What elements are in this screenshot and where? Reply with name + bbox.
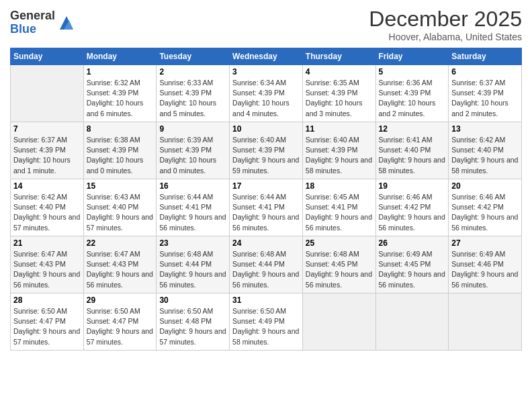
day-number: 10 bbox=[232, 124, 300, 134]
month-title: December 2025 bbox=[369, 7, 522, 32]
logo: General Blue bbox=[10, 9, 76, 36]
day-number: 31 bbox=[232, 295, 300, 305]
day-cell: 11Sunrise: 6:40 AMSunset: 4:39 PMDayligh… bbox=[302, 122, 375, 179]
day-info: Sunrise: 6:45 AMSunset: 4:41 PMDaylight:… bbox=[306, 192, 373, 233]
day-cell: 25Sunrise: 6:48 AMSunset: 4:45 PMDayligh… bbox=[302, 236, 375, 293]
day-cell bbox=[11, 65, 84, 122]
day-cell: 24Sunrise: 6:48 AMSunset: 4:44 PMDayligh… bbox=[230, 236, 303, 293]
header-day-wednesday: Wednesday bbox=[230, 48, 303, 65]
day-number: 19 bbox=[379, 181, 446, 191]
day-cell: 17Sunrise: 6:44 AMSunset: 4:41 PMDayligh… bbox=[230, 179, 303, 236]
day-number: 15 bbox=[87, 181, 154, 191]
day-info: Sunrise: 6:50 AMSunset: 4:48 PMDaylight:… bbox=[159, 306, 226, 347]
day-info: Sunrise: 6:48 AMSunset: 4:44 PMDaylight:… bbox=[159, 249, 226, 290]
day-cell bbox=[375, 293, 449, 351]
week-row-1: 7Sunrise: 6:37 AMSunset: 4:39 PMDaylight… bbox=[11, 122, 522, 179]
day-cell: 18Sunrise: 6:45 AMSunset: 4:41 PMDayligh… bbox=[302, 179, 375, 236]
day-info: Sunrise: 6:32 AMSunset: 4:39 PMDaylight:… bbox=[87, 78, 154, 119]
day-cell bbox=[302, 293, 375, 351]
day-number: 18 bbox=[306, 181, 373, 191]
day-number: 29 bbox=[87, 295, 154, 305]
day-info: Sunrise: 6:47 AMSunset: 4:43 PMDaylight:… bbox=[87, 249, 154, 290]
header-row: SundayMondayTuesdayWednesdayThursdayFrid… bbox=[11, 48, 522, 65]
day-number: 30 bbox=[159, 295, 226, 305]
day-cell: 27Sunrise: 6:49 AMSunset: 4:46 PMDayligh… bbox=[449, 236, 522, 293]
header-day-tuesday: Tuesday bbox=[157, 48, 230, 65]
day-cell: 19Sunrise: 6:46 AMSunset: 4:42 PMDayligh… bbox=[375, 179, 449, 236]
day-cell: 6Sunrise: 6:37 AMSunset: 4:39 PMDaylight… bbox=[449, 65, 522, 122]
day-info: Sunrise: 6:50 AMSunset: 4:47 PMDaylight:… bbox=[13, 306, 81, 347]
day-cell: 26Sunrise: 6:49 AMSunset: 4:45 PMDayligh… bbox=[375, 236, 449, 293]
day-number: 23 bbox=[159, 238, 226, 248]
day-info: Sunrise: 6:46 AMSunset: 4:42 PMDaylight:… bbox=[451, 192, 519, 233]
day-info: Sunrise: 6:49 AMSunset: 4:46 PMDaylight:… bbox=[451, 249, 519, 290]
day-number: 27 bbox=[451, 238, 519, 248]
day-cell: 16Sunrise: 6:44 AMSunset: 4:41 PMDayligh… bbox=[157, 179, 230, 236]
day-cell: 28Sunrise: 6:50 AMSunset: 4:47 PMDayligh… bbox=[11, 293, 84, 351]
day-info: Sunrise: 6:41 AMSunset: 4:40 PMDaylight:… bbox=[379, 135, 446, 176]
day-number: 22 bbox=[87, 238, 154, 248]
day-number: 14 bbox=[13, 181, 81, 191]
day-number: 5 bbox=[379, 67, 446, 77]
day-cell: 12Sunrise: 6:41 AMSunset: 4:40 PMDayligh… bbox=[375, 122, 449, 179]
calendar-header: SundayMondayTuesdayWednesdayThursdayFrid… bbox=[11, 48, 522, 65]
day-info: Sunrise: 6:47 AMSunset: 4:43 PMDaylight:… bbox=[13, 249, 81, 290]
day-info: Sunrise: 6:40 AMSunset: 4:39 PMDaylight:… bbox=[306, 135, 373, 176]
day-cell: 7Sunrise: 6:37 AMSunset: 4:39 PMDaylight… bbox=[11, 122, 84, 179]
day-number: 21 bbox=[13, 238, 81, 248]
day-cell: 9Sunrise: 6:39 AMSunset: 4:39 PMDaylight… bbox=[157, 122, 230, 179]
day-number: 4 bbox=[306, 67, 373, 77]
day-number: 1 bbox=[87, 67, 154, 77]
day-info: Sunrise: 6:44 AMSunset: 4:41 PMDaylight:… bbox=[232, 192, 300, 233]
day-info: Sunrise: 6:40 AMSunset: 4:39 PMDaylight:… bbox=[232, 135, 300, 176]
day-cell: 8Sunrise: 6:38 AMSunset: 4:39 PMDaylight… bbox=[83, 122, 157, 179]
day-number: 13 bbox=[451, 124, 519, 134]
day-cell: 1Sunrise: 6:32 AMSunset: 4:39 PMDaylight… bbox=[83, 65, 157, 122]
day-cell: 3Sunrise: 6:34 AMSunset: 4:39 PMDaylight… bbox=[230, 65, 303, 122]
day-number: 17 bbox=[232, 181, 300, 191]
day-cell: 21Sunrise: 6:47 AMSunset: 4:43 PMDayligh… bbox=[11, 236, 84, 293]
logo-general: General bbox=[10, 9, 55, 23]
day-info: Sunrise: 6:35 AMSunset: 4:39 PMDaylight:… bbox=[306, 78, 373, 119]
header-day-friday: Friday bbox=[375, 48, 449, 65]
day-cell: 23Sunrise: 6:48 AMSunset: 4:44 PMDayligh… bbox=[157, 236, 230, 293]
day-cell bbox=[449, 293, 522, 351]
header-day-monday: Monday bbox=[83, 48, 157, 65]
day-info: Sunrise: 6:48 AMSunset: 4:45 PMDaylight:… bbox=[306, 249, 373, 290]
day-number: 12 bbox=[379, 124, 446, 134]
header-day-sunday: Sunday bbox=[11, 48, 84, 65]
week-row-3: 21Sunrise: 6:47 AMSunset: 4:43 PMDayligh… bbox=[11, 236, 522, 293]
day-number: 2 bbox=[159, 67, 226, 77]
day-info: Sunrise: 6:36 AMSunset: 4:39 PMDaylight:… bbox=[379, 78, 446, 119]
day-info: Sunrise: 6:43 AMSunset: 4:40 PMDaylight:… bbox=[87, 192, 154, 233]
day-cell: 31Sunrise: 6:50 AMSunset: 4:49 PMDayligh… bbox=[230, 293, 303, 351]
day-number: 26 bbox=[379, 238, 446, 248]
day-info: Sunrise: 6:48 AMSunset: 4:44 PMDaylight:… bbox=[232, 249, 300, 290]
day-info: Sunrise: 6:37 AMSunset: 4:39 PMDaylight:… bbox=[451, 78, 519, 119]
day-info: Sunrise: 6:39 AMSunset: 4:39 PMDaylight:… bbox=[159, 135, 226, 176]
day-info: Sunrise: 6:49 AMSunset: 4:45 PMDaylight:… bbox=[379, 249, 446, 290]
day-info: Sunrise: 6:42 AMSunset: 4:40 PMDaylight:… bbox=[13, 192, 81, 233]
page-header: General Blue December 2025 Hoover, Alaba… bbox=[10, 7, 522, 42]
location: Hoover, Alabama, United States bbox=[369, 32, 522, 42]
day-cell: 14Sunrise: 6:42 AMSunset: 4:40 PMDayligh… bbox=[11, 179, 84, 236]
day-info: Sunrise: 6:46 AMSunset: 4:42 PMDaylight:… bbox=[379, 192, 446, 233]
day-cell: 20Sunrise: 6:46 AMSunset: 4:42 PMDayligh… bbox=[449, 179, 522, 236]
day-cell: 10Sunrise: 6:40 AMSunset: 4:39 PMDayligh… bbox=[230, 122, 303, 179]
day-number: 20 bbox=[451, 181, 519, 191]
day-info: Sunrise: 6:50 AMSunset: 4:49 PMDaylight:… bbox=[232, 306, 300, 347]
day-number: 6 bbox=[451, 67, 519, 77]
day-number: 9 bbox=[159, 124, 226, 134]
day-number: 24 bbox=[232, 238, 300, 248]
day-cell: 15Sunrise: 6:43 AMSunset: 4:40 PMDayligh… bbox=[83, 179, 157, 236]
day-cell: 29Sunrise: 6:50 AMSunset: 4:47 PMDayligh… bbox=[83, 293, 157, 351]
day-number: 28 bbox=[13, 295, 81, 305]
week-row-0: 1Sunrise: 6:32 AMSunset: 4:39 PMDaylight… bbox=[11, 65, 522, 122]
day-cell: 30Sunrise: 6:50 AMSunset: 4:48 PMDayligh… bbox=[157, 293, 230, 351]
day-cell: 22Sunrise: 6:47 AMSunset: 4:43 PMDayligh… bbox=[83, 236, 157, 293]
day-cell: 4Sunrise: 6:35 AMSunset: 4:39 PMDaylight… bbox=[302, 65, 375, 122]
header-day-saturday: Saturday bbox=[449, 48, 522, 65]
day-cell: 13Sunrise: 6:42 AMSunset: 4:40 PMDayligh… bbox=[449, 122, 522, 179]
day-info: Sunrise: 6:33 AMSunset: 4:39 PMDaylight:… bbox=[159, 78, 226, 119]
day-info: Sunrise: 6:34 AMSunset: 4:39 PMDaylight:… bbox=[232, 78, 300, 119]
